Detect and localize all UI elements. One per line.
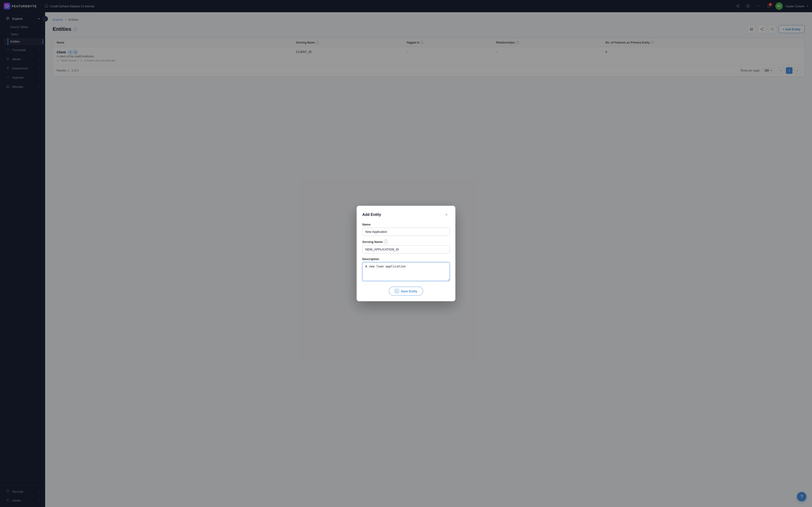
save-icon — [395, 289, 399, 293]
name-input[interactable] — [362, 228, 450, 236]
description-form-group: Description — [362, 257, 450, 282]
serving-name-label: Serving Name i — [362, 240, 450, 244]
modal-close-button[interactable]: × — [443, 211, 450, 218]
modal-footer: Save Entity — [362, 287, 450, 296]
modal-overlay: Add Entity × Name Serving Name i Descrip… — [0, 0, 812, 507]
modal-title: Add Entity — [362, 213, 381, 217]
description-label: Description — [362, 257, 450, 261]
save-entity-label: Save Entity — [401, 289, 417, 293]
serving-name-form-group: Serving Name i — [362, 240, 450, 253]
name-form-group: Name — [362, 223, 450, 236]
add-entity-modal: Add Entity × Name Serving Name i Descrip… — [357, 206, 455, 301]
name-label: Name — [362, 223, 450, 226]
modal-header: Add Entity × — [362, 211, 450, 218]
description-textarea[interactable] — [362, 262, 450, 281]
save-entity-button[interactable]: Save Entity — [389, 287, 423, 296]
serving-name-modal-info-icon[interactable]: i — [384, 240, 388, 244]
serving-name-input[interactable] — [362, 245, 450, 253]
